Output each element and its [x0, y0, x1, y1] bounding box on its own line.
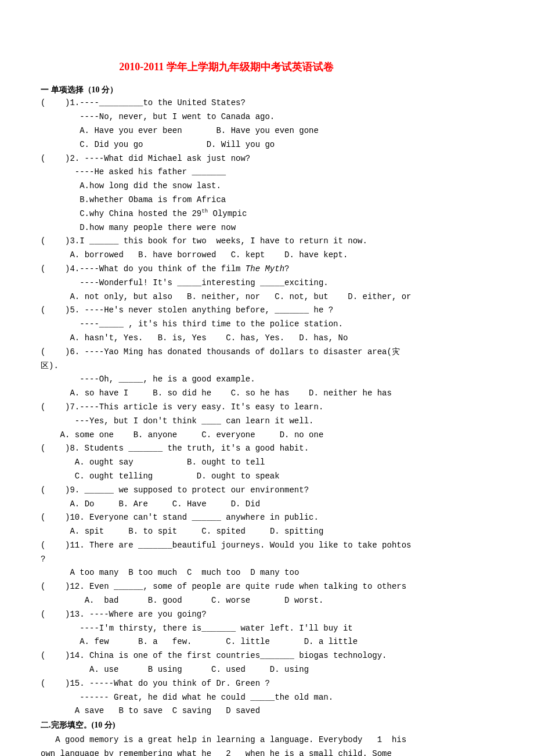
q14-line2: A. use B using C. used D. using — [41, 663, 412, 677]
q8-line2: A. ought say B. ought to tell — [41, 456, 412, 470]
q12-line2: A. bad B. good C. worse D worst. — [41, 594, 412, 608]
q10-line1: ( )10. Everyone can't stand ______ anywh… — [41, 511, 412, 525]
q7-line2: ---Yes, but I don't think ____ can learn… — [41, 415, 412, 429]
q4-line3: A. not only, but also B. neither, nor C.… — [41, 290, 412, 304]
q9-line1: ( )9. ______ we supposed to protect our … — [41, 484, 412, 498]
q1-line2: ----No, never, but I went to Canada ago. — [41, 110, 412, 124]
q2-line6: D.how many people there were now — [41, 221, 412, 235]
q3-line2: A. borrowed B. have borrowed C. kept D. … — [41, 249, 412, 262]
q15-line3: A save B to save C saving D saved — [41, 704, 412, 718]
q5-line3: A. hasn't, Yes. B. is, Yes C. has, Yes. … — [41, 332, 412, 345]
q6-line2: ----Oh, _____, he is a good example. — [41, 373, 412, 387]
q14-line1: ( )14. China is one of the first countri… — [41, 649, 412, 663]
q1-line1: ( )1.----_________to the United States? — [41, 96, 412, 110]
q4-l1-pre: ( )4.----What do you think of the film — [41, 264, 246, 273]
q4-l1-post: ? — [284, 264, 289, 273]
section-1-header: 一 单项选择（10 分） — [41, 83, 412, 97]
q8-line3: C. ought telling D. ought to speak — [41, 470, 412, 484]
q12-line1: ( )12. Even ______, some of people are q… — [41, 580, 412, 594]
q11-line1: ( )11. There are _______beautiful journe… — [41, 539, 412, 567]
q2-line1: ( )2. ----What did Michael ask just now? — [41, 152, 412, 166]
q15-line1: ( )15. -----What do you think of Dr. Gre… — [41, 677, 412, 691]
q2-line2: ----He asked his father _______ — [41, 165, 412, 179]
q5-line1: ( )5. ----He's never stolen anything bef… — [41, 304, 412, 318]
q11-line2: A too many B too much C much too D many … — [41, 566, 412, 580]
q2-l5-sup: th — [201, 208, 208, 214]
q10-line2: A. spit B. to spit C. spited D. spitting — [41, 525, 412, 539]
q7-line3: A. some one B. anyone C. everyone D. no … — [41, 429, 412, 442]
q2-l5-post: Olympic — [208, 209, 247, 218]
q13-line1: ( )13. ----Where are you going? — [41, 608, 412, 622]
q6-line1: ( )6. ----Yao Ming has donated thousands… — [41, 345, 412, 373]
section-2-header: 二.完形填空。(10 分) — [41, 718, 412, 732]
q15-line2: ------ Great, he did what he could _____… — [41, 691, 412, 705]
exam-title: 2010-2011 学年上学期九年级期中考试英语试卷 — [41, 58, 412, 76]
q2-line3: A.how long did the snow last. — [41, 179, 412, 193]
q2-line5: C.why China hosted the 29th Olympic — [41, 207, 412, 221]
q5-line2: ----_____ , it's his third time to the p… — [41, 318, 412, 332]
q4-line2: ----Wonderful! It's _____interesting ___… — [41, 276, 412, 290]
q6-line3: A. so have I B. so did he C. so he has D… — [41, 387, 412, 401]
q7-line1: ( )7.----This article is very easy. It's… — [41, 401, 412, 415]
cloze-paragraph-1: A good memory is a great help in learnin… — [41, 733, 412, 756]
q1-line4: C. Did you go D. Will you go — [41, 138, 412, 152]
q13-line2: ----I'm thirsty, there is_______ water l… — [41, 622, 412, 636]
q9-line2: A. Do B. Are C. Have D. Did — [41, 498, 412, 512]
q8-line1: ( )8. Students _______ the truth, it's a… — [41, 442, 412, 456]
q2-line4: B.whether Obama is from Africa — [41, 193, 412, 207]
q3-line1: ( )3.I ______ this book for two weeks, I… — [41, 235, 412, 249]
q2-l5-pre: C.why China hosted the 29 — [41, 209, 201, 218]
q4-line1: ( )4.----What do you think of the film T… — [41, 262, 412, 276]
q1-line3: A. Have you ever been B. Have you even g… — [41, 124, 412, 138]
q4-l1-italic: The Myth — [246, 264, 284, 273]
q13-line3: A. few B. a few. C. little D. a little — [41, 635, 412, 649]
